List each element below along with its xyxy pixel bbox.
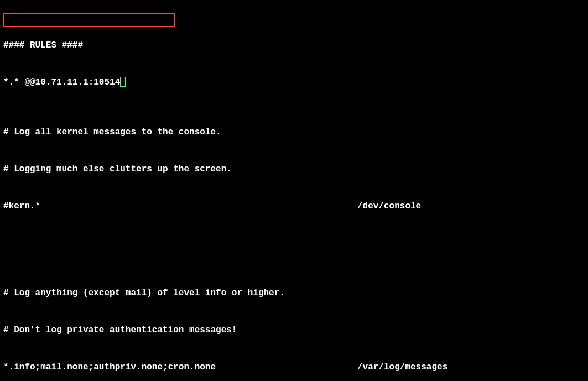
comment-line: # Don't log private authentication messa… bbox=[3, 324, 585, 336]
cursor bbox=[120, 77, 126, 87]
config-rule: #kern.*/dev/console bbox=[3, 200, 585, 212]
forward-rule-text: *.* @@10.71.11.1:10514 bbox=[3, 77, 120, 87]
config-rule: *.info;mail.none;authpriv.none;cron.none… bbox=[3, 361, 585, 373]
rule-selector: #kern.* bbox=[3, 200, 357, 212]
comment-line: # Logging much else clutters up the scre… bbox=[3, 163, 585, 175]
comment-line: # Log all kernel messages to the console… bbox=[3, 126, 585, 138]
rule-selector: *.info;mail.none;authpriv.none;cron.none bbox=[3, 361, 357, 373]
highlight-box bbox=[3, 13, 175, 27]
forward-rule-line: *.* @@10.71.11.1:10514 bbox=[3, 76, 585, 88]
rule-action: /var/log/messages bbox=[357, 361, 585, 373]
rule-action: /dev/console bbox=[357, 200, 585, 212]
config-header: #### RULES #### bbox=[3, 39, 585, 51]
terminal-editor[interactable]: #### RULES #### *.* @@10.71.11.1:10514 #… bbox=[3, 2, 585, 381]
comment-line: # Log anything (except mail) of level in… bbox=[3, 287, 585, 299]
blank-line bbox=[3, 237, 585, 249]
